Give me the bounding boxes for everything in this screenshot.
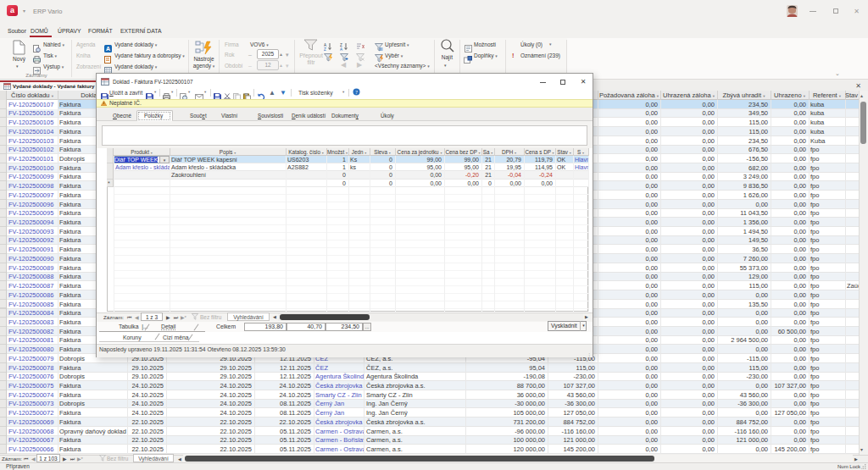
svg-text:A: A (106, 46, 110, 52)
svg-text:?: ? (355, 89, 358, 95)
